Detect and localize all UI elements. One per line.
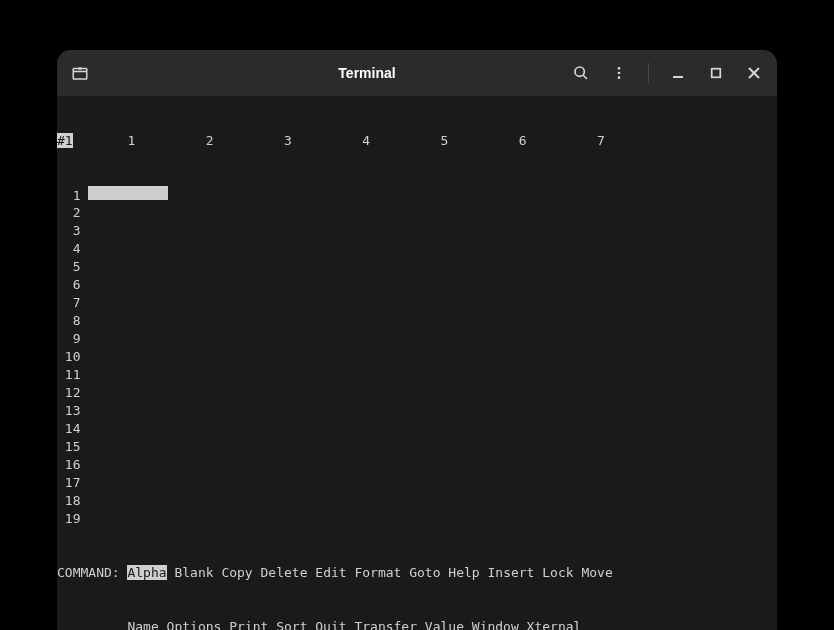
maximize-icon[interactable] (707, 64, 725, 82)
active-cell[interactable] (88, 186, 168, 200)
row-8: 8 (57, 312, 777, 330)
row-7: 7 (57, 294, 777, 312)
row-19: 19 (57, 510, 777, 528)
new-tab-icon[interactable] (71, 64, 89, 82)
row-1: 1 (57, 186, 777, 204)
command-line-1: COMMAND: Alpha Blank Copy Delete Edit Fo… (57, 564, 777, 582)
command-label: COMMAND: (57, 565, 127, 580)
sheet-marker: #1 (57, 133, 73, 148)
row-11: 11 (57, 366, 777, 384)
titlebar: Terminal (57, 50, 777, 96)
row-4: 4 (57, 240, 777, 258)
row-3: 3 (57, 222, 777, 240)
separator (648, 63, 649, 83)
terminal-content[interactable]: #1 1 2 3 4 5 6 7 1 2 3 4 5 6 7 8 9 10 11… (57, 96, 777, 630)
svg-rect-0 (73, 69, 87, 80)
col-headers: 1 2 3 4 5 6 7 (73, 133, 605, 148)
row-5: 5 (57, 258, 777, 276)
menu-icon[interactable] (610, 64, 628, 82)
minimize-icon[interactable] (669, 64, 687, 82)
command-line-2: Name Options Print Sort Quit Transfer Va… (57, 618, 777, 630)
svg-point-8 (618, 76, 621, 79)
row-13: 13 (57, 402, 777, 420)
row-16: 16 (57, 456, 777, 474)
row-15: 15 (57, 438, 777, 456)
row-12: 12 (57, 384, 777, 402)
close-icon[interactable] (745, 64, 763, 82)
column-header-row: #1 1 2 3 4 5 6 7 (57, 132, 777, 150)
row-14: 14 (57, 420, 777, 438)
row-17: 17 (57, 474, 777, 492)
command-selected[interactable]: Alpha (127, 565, 166, 580)
svg-point-6 (618, 67, 621, 70)
search-icon[interactable] (572, 64, 590, 82)
svg-line-5 (583, 75, 587, 79)
window-title: Terminal (171, 65, 563, 81)
svg-point-7 (618, 72, 621, 75)
terminal-window: Terminal (57, 50, 777, 630)
row-6: 6 (57, 276, 777, 294)
row-9: 9 (57, 330, 777, 348)
svg-rect-10 (712, 69, 721, 78)
command-rest-1: Blank Copy Delete Edit Format Goto Help … (167, 565, 613, 580)
row-2: 2 (57, 204, 777, 222)
svg-point-4 (575, 67, 584, 76)
row-18: 18 (57, 492, 777, 510)
row-10: 10 (57, 348, 777, 366)
